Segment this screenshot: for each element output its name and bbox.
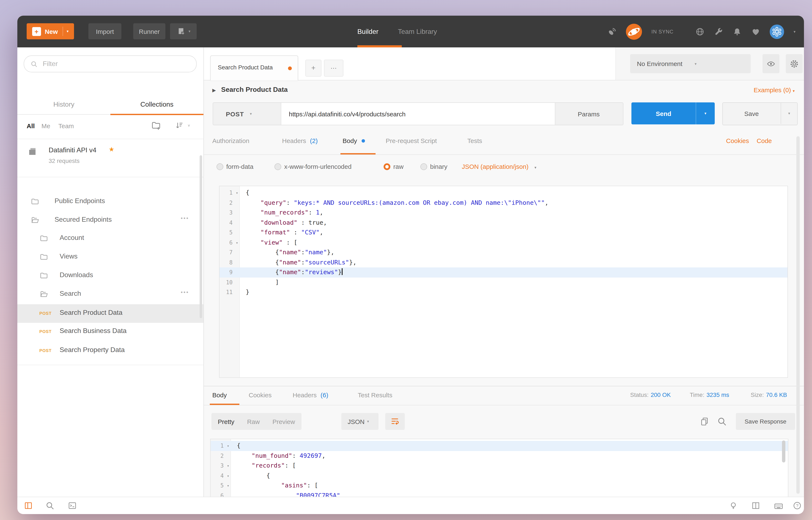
console-icon[interactable] [67,501,77,510]
url-field[interactable] [281,103,555,125]
sidebar-item-folder[interactable]: Public Endpoints [17,192,204,211]
radio-label[interactable]: x-www-form-urlencoded [284,163,351,170]
code-line[interactable]: 10 ] [219,277,787,287]
bell-icon[interactable] [733,27,742,36]
globe-icon[interactable] [696,27,705,36]
main-scrollbar[interactable] [796,136,800,494]
code-line[interactable]: 6▾ "view" : [ [219,238,787,248]
url-input[interactable] [288,110,543,118]
view-raw[interactable]: Raw [241,418,266,425]
code-line[interactable]: 3 "num_records": 1, [219,208,787,218]
wrench-icon[interactable] [714,27,723,36]
radio-label[interactable]: raw [393,163,403,170]
request-body-editor[interactable]: 1▾{2 "query": "keys:* AND sourceURLs:(am… [219,186,788,378]
help-icon[interactable]: ? [792,501,802,510]
open-request-tab[interactable]: Search Product Data [210,55,298,80]
tab-history[interactable]: History [17,95,110,114]
sidebar-item-request[interactable]: POST Search Property Data [17,341,204,360]
new-window-button[interactable]: ▾ [170,23,197,40]
tab-tests[interactable]: Tests [467,137,482,144]
code-line[interactable]: 4▾ { [211,471,788,480]
sidebar-item-folder[interactable]: Downloads [17,266,204,285]
new-tab-button[interactable]: + [305,60,321,77]
avatar[interactable] [770,24,784,39]
more-options-icon[interactable]: ••• [181,215,189,221]
sidebar-item-folder[interactable]: Views [17,248,204,266]
save-options-chevron[interactable]: ▾ [781,103,797,124]
radio-label[interactable]: form-data [226,163,253,170]
chevron-down-icon[interactable]: ▾ [793,29,795,34]
code-line[interactable]: 3▾ "records": [ [211,461,788,471]
response-body-editor[interactable]: 1▾{2 "num_found": 492697,3▾ "records": [… [210,439,788,498]
scope-team[interactable]: Team [58,122,74,129]
code-line[interactable]: 5 "format" : "CSV", [219,228,787,238]
search-icon[interactable] [45,501,55,510]
code-line[interactable]: 2 "query": "keys:* AND sourceURLs:(amazo… [219,198,787,208]
radio-form-data[interactable] [217,163,223,170]
sidebar-toggle-icon[interactable] [24,501,33,510]
save-response-button[interactable]: Save Response [736,413,795,430]
sidebar-scrollbar[interactable] [199,155,202,318]
response-language-selector[interactable]: JSON ▾ [341,413,379,430]
sidebar-item-folder[interactable]: Search ••• [17,285,204,304]
method-selector[interactable]: POST ▾ [213,103,281,125]
collection-header[interactable]: Datafiniti API v4 ★ 32 requests [17,139,204,177]
tab-builder[interactable]: Builder [357,28,379,35]
heart-icon[interactable] [751,27,761,36]
response-tab-cookies[interactable]: Cookies [249,391,272,398]
sidebar-item-request-selected[interactable]: POST Search Product Data [17,304,204,323]
two-pane-icon[interactable] [751,501,760,510]
code-line[interactable]: 2 "num_found": 492697, [211,451,788,461]
wrap-lines-button[interactable] [385,413,405,430]
code-line[interactable]: 7 {"name":"name"}, [219,248,787,257]
chevron-right-icon[interactable]: ▶ [212,87,216,93]
sync-icon[interactable] [626,24,642,40]
code-line[interactable]: 5▾ "asins": [ [211,480,788,491]
params-button[interactable]: Params [554,103,623,125]
search-icon[interactable] [717,416,727,426]
environment-selector[interactable]: No Environment ▾ [630,54,751,73]
send-options-chevron[interactable]: ▾ [696,102,715,124]
response-body-code[interactable]: 1▾{2 "num_found": 492697,3▾ "records": [… [211,441,788,498]
tab-authorization[interactable]: Authorization [212,137,249,144]
tab-collections[interactable]: Collections [110,95,204,115]
new-folder-icon[interactable] [151,120,162,131]
sidebar-item-folder[interactable]: Secured Endpoints ••• [17,211,204,230]
more-options-icon[interactable]: ••• [181,289,189,295]
code-line[interactable]: 1▾{ [219,188,787,198]
code-line[interactable]: 8 {"name":"sourceURLs"}, [219,257,787,267]
sidebar-item-folder[interactable]: Account [17,229,204,248]
save-button[interactable]: Save ▾ [722,102,797,125]
code-line[interactable]: 11} [219,287,787,297]
code-line[interactable]: 1▾{ [211,441,788,451]
response-tab-headers[interactable]: Headers (6) [293,391,328,398]
tab-headers[interactable]: Headers (2) [282,137,318,144]
response-tab-body[interactable]: Body [212,391,227,398]
request-title[interactable]: ▶ Search Product Data [212,86,288,94]
lightbulb-icon[interactable] [729,501,738,510]
request-body-code[interactable]: 1▾{2 "query": "keys:* AND sourceURLs:(am… [219,188,787,297]
view-pretty[interactable]: Pretty [212,418,241,425]
radio-label[interactable]: binary [430,163,448,170]
tab-options-button[interactable]: ⋯ [324,60,344,77]
sort-icon[interactable] [175,121,185,131]
view-preview[interactable]: Preview [266,418,301,425]
new-button[interactable]: + New ▾ [27,23,74,40]
code-line[interactable]: 4 "download" : true, [219,218,787,228]
code-line[interactable]: 9 {"name":"reviews"} [219,267,787,277]
environment-quicklook-button[interactable] [762,54,780,73]
sidebar-item-request[interactable]: POST Search Business Data [17,322,204,341]
tab-pre-request-script[interactable]: Pre-request Script [386,137,437,144]
satellite-dish-icon[interactable] [607,27,617,36]
response-scrollbar[interactable] [782,440,785,463]
tab-team-library[interactable]: Team Library [398,28,437,35]
settings-button[interactable] [786,54,803,73]
copy-icon[interactable] [700,416,710,426]
star-icon[interactable]: ★ [109,146,114,153]
scope-all[interactable]: All [27,122,35,129]
radio-raw[interactable] [384,163,390,170]
runner-button[interactable]: Runner [133,23,165,40]
cookies-link[interactable]: Cookies [726,137,749,144]
content-type-selector[interactable]: JSON (application/json) ▾ [462,163,537,170]
response-tab-test-results[interactable]: Test Results [358,391,392,398]
